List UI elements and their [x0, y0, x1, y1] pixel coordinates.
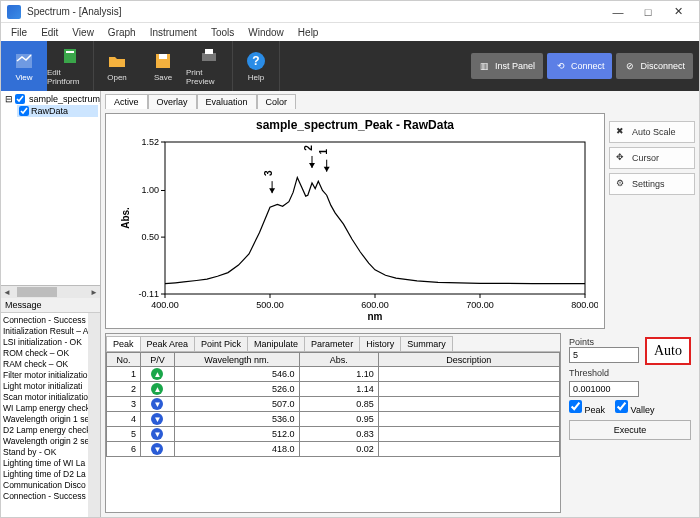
svg-text:3: 3	[263, 170, 274, 176]
points-input[interactable]	[569, 347, 639, 363]
print-icon	[199, 46, 219, 66]
tree-hscroll[interactable]: ◄►	[1, 286, 100, 298]
tab-overlay[interactable]: Overlay	[148, 94, 197, 109]
ribbon-help-label: Help	[248, 73, 264, 82]
tab-peak[interactable]: Peak	[106, 336, 141, 351]
menu-tools[interactable]: Tools	[205, 25, 240, 40]
svg-text:2: 2	[303, 145, 314, 151]
chart-title: sample_spectrum_Peak - RawData	[112, 118, 598, 132]
valley-checkbox[interactable]: Valley	[615, 400, 654, 415]
menu-edit[interactable]: Edit	[35, 25, 64, 40]
peak-table-panel: Peak Peak Area Point Pick Manipulate Par…	[105, 333, 561, 513]
tree-child-check[interactable]	[19, 106, 29, 116]
disconnect-icon: ⊘	[624, 60, 636, 72]
settings-button[interactable]: ⚙Settings	[609, 173, 695, 195]
messages-list: Connection - SuccessInitialization Resul…	[1, 313, 88, 517]
ribbon-edit-printform-button[interactable]: Edit Printform	[47, 41, 93, 91]
tab-summary[interactable]: Summary	[400, 336, 453, 351]
svg-text:?: ?	[252, 54, 259, 68]
auto-scale-button[interactable]: ✖Auto Scale	[609, 121, 695, 143]
svg-text:600.00: 600.00	[361, 300, 389, 310]
peak-checkbox[interactable]: Peak	[569, 400, 605, 415]
tab-history[interactable]: History	[359, 336, 401, 351]
svg-text:1.00: 1.00	[141, 185, 159, 195]
tree-root-check[interactable]	[15, 94, 25, 104]
parameter-panel: Points Auto Threshold Peak Valley Execut…	[565, 333, 695, 513]
svg-text:400.00: 400.00	[151, 300, 179, 310]
ribbon-open-label: Open	[107, 73, 127, 82]
tree-root[interactable]: ⊟ sample_spectrum_	[3, 93, 98, 105]
ribbon-edit-label: Edit Printform	[47, 68, 93, 86]
svg-text:0.50: 0.50	[141, 232, 159, 242]
menu-instrument[interactable]: Instrument	[144, 25, 203, 40]
tab-active[interactable]: Active	[105, 94, 148, 109]
points-label: Points	[569, 337, 639, 347]
ribbon: View Edit Printform Open Save Print Prev…	[1, 41, 699, 91]
threshold-input[interactable]	[569, 381, 639, 397]
settings-icon: ⚙	[616, 178, 628, 190]
menu-file[interactable]: File	[5, 25, 33, 40]
open-icon	[107, 51, 127, 71]
inst-icon: ▥	[479, 60, 491, 72]
auto-button[interactable]: Auto	[645, 337, 691, 365]
ribbon-view-button[interactable]: View	[1, 41, 47, 91]
menu-graph[interactable]: Graph	[102, 25, 142, 40]
peak-tabs: Peak Peak Area Point Pick Manipulate Par…	[106, 334, 560, 352]
svg-rect-4	[202, 53, 216, 61]
svg-rect-5	[205, 49, 213, 54]
tab-evaluation[interactable]: Evaluation	[197, 94, 257, 109]
close-button[interactable]: ✕	[663, 2, 693, 22]
menu-help[interactable]: Help	[292, 25, 325, 40]
connect-button[interactable]: ⟲Connect	[547, 53, 613, 79]
svg-rect-3	[159, 54, 167, 59]
menu-window[interactable]: Window	[242, 25, 290, 40]
messages-header: Message	[1, 298, 100, 313]
cursor-icon: ✥	[616, 152, 628, 164]
tab-peak-area[interactable]: Peak Area	[140, 336, 196, 351]
ribbon-print-label: Print Preview	[186, 68, 232, 86]
inst-panel-button[interactable]: ▥Inst Panel	[471, 53, 543, 79]
minimize-button[interactable]: —	[603, 2, 633, 22]
tab-manipulate[interactable]: Manipulate	[247, 336, 305, 351]
titlebar: Spectrum - [Analysis] — □ ✕	[1, 1, 699, 23]
tab-parameter[interactable]: Parameter	[304, 336, 360, 351]
svg-text:1: 1	[318, 148, 329, 154]
disconnect-button[interactable]: ⊘Disconnect	[616, 53, 693, 79]
ribbon-save-button[interactable]: Save	[140, 41, 186, 91]
svg-text:1.52: 1.52	[141, 137, 159, 147]
svg-rect-1	[66, 51, 74, 53]
menubar: File Edit View Graph Instrument Tools Wi…	[1, 23, 699, 41]
maximize-button[interactable]: □	[633, 2, 663, 22]
ribbon-help-button[interactable]: ? Help	[233, 41, 279, 91]
autoscale-icon: ✖	[616, 126, 628, 138]
chart-area[interactable]: sample_spectrum_Peak - RawData 400.00500…	[105, 113, 605, 329]
svg-text:700.00: 700.00	[466, 300, 494, 310]
threshold-label: Threshold	[569, 368, 691, 378]
svg-text:nm: nm	[368, 311, 383, 322]
help-icon: ?	[246, 51, 266, 71]
save-icon	[153, 51, 173, 71]
ribbon-print-preview-button[interactable]: Print Preview	[186, 41, 232, 91]
svg-text:-0.11: -0.11	[138, 289, 159, 299]
app-icon	[7, 5, 21, 19]
tree-child-rawdata[interactable]: RawData	[17, 105, 98, 117]
svg-text:Abs.: Abs.	[120, 207, 131, 229]
spectrum-plot[interactable]: 400.00500.00600.00700.00800.00-0.110.501…	[112, 134, 598, 324]
window-title: Spectrum - [Analysis]	[27, 6, 603, 17]
execute-button[interactable]: Execute	[569, 420, 691, 440]
svg-rect-8	[165, 142, 585, 294]
menu-view[interactable]: View	[66, 25, 100, 40]
file-tree[interactable]: ⊟ sample_spectrum_ RawData	[1, 91, 100, 286]
ribbon-save-label: Save	[154, 73, 172, 82]
svg-text:500.00: 500.00	[256, 300, 284, 310]
cursor-button[interactable]: ✥Cursor	[609, 147, 695, 169]
printform-icon	[60, 46, 80, 66]
view-icon	[14, 51, 34, 71]
graph-tabs: Active Overlay Evaluation Color	[101, 91, 699, 109]
ribbon-open-button[interactable]: Open	[94, 41, 140, 91]
connect-icon: ⟲	[555, 60, 567, 72]
tab-point-pick[interactable]: Point Pick	[194, 336, 248, 351]
peak-table[interactable]: No.P/VWavelength nm.Abs.Description1▲546…	[106, 352, 560, 457]
tab-color[interactable]: Color	[257, 94, 297, 109]
messages-vscroll[interactable]	[88, 313, 100, 517]
